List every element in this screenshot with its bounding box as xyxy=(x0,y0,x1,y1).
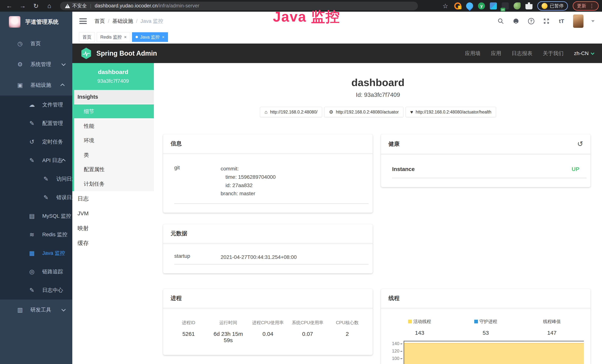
forward-icon[interactable]: → xyxy=(19,2,27,10)
back-icon[interactable]: ← xyxy=(5,2,13,10)
close-icon[interactable]: × xyxy=(162,34,164,40)
sidebar-item-label: 研发工具 xyxy=(30,306,51,313)
browser-menu-icon[interactable]: ⋮ xyxy=(589,3,594,9)
sidebar-item[interactable]: ▤MySQL 监控 xyxy=(0,207,72,225)
card-threads-title: 线程 xyxy=(381,289,591,309)
sidebar-item[interactable]: ☁文件管理 xyxy=(0,96,72,114)
view-tab[interactable]: Redis 监控× xyxy=(97,32,130,42)
update-button[interactable]: 更新 ⋮ xyxy=(573,1,599,11)
sba-menu-item[interactable]: 计划任务 xyxy=(74,177,154,191)
sidebar-item[interactable]: ✎访问日志 xyxy=(0,170,72,188)
sidebar-item[interactable]: ↺定时任务 xyxy=(0,133,72,151)
card-health: 健康 ↺ Instance UP xyxy=(381,134,591,187)
sba-body: dashboard 93a3fc7f7409 Insights 细节性能环境类配… xyxy=(72,63,602,364)
instance-link-button[interactable]: ⌂http://192.168.0.2:48080/ xyxy=(260,107,322,117)
search-icon[interactable] xyxy=(497,17,505,25)
sidebar-submenu: ☁文件管理✎配置管理↺定时任务✎API 日志✎访问日志✎错误日志▤MySQL 监… xyxy=(0,96,72,300)
monitor-icon: ▣ xyxy=(16,82,24,89)
sba-menu-item[interactable]: 日志 xyxy=(72,191,154,206)
view-tab[interactable]: 首页 xyxy=(79,32,95,42)
reload-icon[interactable]: ↻ xyxy=(32,2,40,10)
close-icon[interactable]: × xyxy=(124,34,127,40)
sba-menu-item[interactable]: 性能 xyxy=(74,119,154,133)
sidebar-item[interactable]: ◎链路追踪 xyxy=(0,262,72,281)
url-path[interactable]: /infra/admin-server xyxy=(158,3,199,9)
history-icon[interactable]: ↺ xyxy=(577,140,583,148)
sidebar-item[interactable]: ◷首页 xyxy=(0,33,72,54)
sba-menu-item[interactable]: 类 xyxy=(74,148,154,162)
card-health-title: 健康 xyxy=(388,140,399,148)
instance-links: ⌂http://192.168.0.2:48080/⚙http://192.16… xyxy=(154,107,602,117)
github-icon[interactable] xyxy=(512,17,520,25)
process-value: 6d 23h 15m 59s xyxy=(208,331,248,343)
sidebar-item[interactable]: ▣基础设施 xyxy=(0,75,72,96)
url-host[interactable]: dashboard.yudao.iocoder.cn xyxy=(95,3,158,9)
extension-leaf-icon[interactable] xyxy=(514,2,521,10)
font-size-icon[interactable]: tT xyxy=(558,17,565,25)
sba-instance-header[interactable]: dashboard 93a3fc7f7409 xyxy=(72,63,154,90)
health-instance-row: Instance UP xyxy=(381,155,591,172)
sidebar-item-label: 链路追踪 xyxy=(42,268,63,275)
log-icon: ✎ xyxy=(28,157,36,164)
sba-locale-select[interactable]: zh-CN xyxy=(574,50,593,56)
help-icon[interactable]: ? xyxy=(527,17,535,25)
sidebar-item[interactable]: ✎API 日志 xyxy=(0,151,72,170)
sba-nav-item[interactable]: 日志报表 xyxy=(512,50,532,57)
sba-nav-item[interactable]: 应用墙 xyxy=(465,50,481,57)
sidebar-toggle-icon[interactable] xyxy=(79,18,87,24)
sba-nav-item[interactable]: 应用 xyxy=(491,50,501,57)
sidebar-item[interactable]: ✎错误日志 xyxy=(0,188,72,207)
fullscreen-icon[interactable] xyxy=(543,17,550,25)
sidebar-item[interactable]: ✎日志中心 xyxy=(0,281,72,300)
security-label[interactable]: 不安全 xyxy=(72,3,87,9)
extension-y-icon[interactable]: y xyxy=(478,2,485,10)
extension-pin-icon[interactable] xyxy=(465,1,475,11)
extension-grid-icon[interactable] xyxy=(490,2,497,10)
sba-insights-block: Insights 细节性能环境类配置属性计划任务 xyxy=(72,90,154,191)
sidebar-item[interactable]: ✎配置管理 xyxy=(0,114,72,133)
sba-menu-item[interactable]: 映射 xyxy=(72,221,154,236)
breadcrumb-item[interactable]: 基础设施 xyxy=(112,18,133,25)
instance-link-button[interactable]: ♥http://192.168.0.2:48080/actuator/healt… xyxy=(406,107,496,117)
sba-menu-item[interactable]: 环境 xyxy=(74,133,154,148)
card-threads: 线程 活动线程守护进程线程峰值14353147 140120100 xyxy=(381,289,591,364)
app-logo[interactable]: 芋道管理系统 xyxy=(0,12,72,32)
extensions-puzzle-icon[interactable] xyxy=(526,2,532,10)
wrench-icon: ⚙ xyxy=(329,109,333,115)
address-bar[interactable]: 不安全 | dashboard.yudao.iocoder.cn /infra/… xyxy=(60,2,418,10)
sba-menu-item[interactable]: 缓存 xyxy=(72,236,154,250)
user-menu-caret-icon[interactable] xyxy=(591,20,595,22)
process-column-header: 进程CPU使用率 xyxy=(248,320,288,326)
view-tab[interactable]: Java 监控× xyxy=(132,32,168,42)
extension-orange-ring-icon[interactable]: 1 xyxy=(454,2,461,10)
profile-paused-pill[interactable]: 已暂停 xyxy=(537,1,568,11)
extension-switch-icon[interactable]: on xyxy=(502,2,509,10)
sidebar-item-label: 文件管理 xyxy=(42,101,63,108)
database-icon: ▤ xyxy=(28,213,36,220)
edit-icon: ✎ xyxy=(28,120,36,127)
breadcrumb-item[interactable]: 首页 xyxy=(95,18,105,25)
sba-locale-label: zh-CN xyxy=(574,50,589,56)
sba-brand-title[interactable]: Spring Boot Admin xyxy=(97,50,157,57)
annotation-java-monitor: Java 监控 xyxy=(273,7,340,27)
threads-stat-label: 线程峰值 xyxy=(519,319,585,324)
sba-menu-item[interactable]: 细节 xyxy=(74,104,154,119)
view-tab-label: Java 监控 xyxy=(140,34,160,40)
instance-link-button[interactable]: ⚙http://192.168.0.2:48080/actuator xyxy=(324,107,403,117)
user-avatar[interactable] xyxy=(573,14,583,28)
sba-instance-id: 93a3fc7f7409 xyxy=(72,78,154,84)
info-git-line: id: 27aa832 xyxy=(221,181,276,190)
sidebar-item[interactable]: ▦Java 监控 xyxy=(0,244,72,262)
sba-insights-section-label: Insights xyxy=(74,90,154,104)
sidebar-item[interactable]: ▥研发工具 xyxy=(0,300,72,320)
home-icon[interactable]: ⌂ xyxy=(45,2,54,10)
sba-menu-item[interactable]: 配置属性 xyxy=(74,162,154,177)
update-label: 更新 xyxy=(577,3,586,9)
sidebar-item[interactable]: ⚙系统管理 xyxy=(0,54,72,75)
sidebar-item[interactable]: ≋Redis 监控 xyxy=(0,225,72,244)
paused-label: 已暂停 xyxy=(550,3,564,9)
bookmark-star-icon[interactable]: ☆ xyxy=(441,2,449,10)
sba-nav-item[interactable]: 关于我们 xyxy=(543,50,564,57)
threads-chart-area-series xyxy=(404,343,584,364)
sba-menu-item[interactable]: JVM xyxy=(72,206,154,221)
